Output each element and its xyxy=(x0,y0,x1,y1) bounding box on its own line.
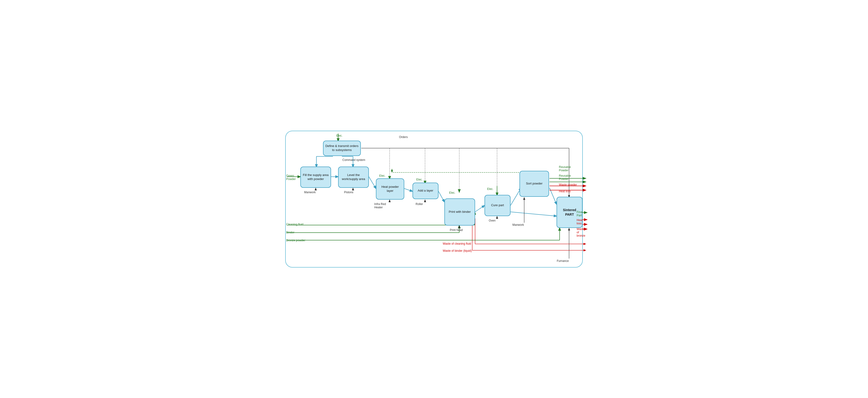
waste-cleaning-label: Waste of cleaning fluid xyxy=(443,242,471,245)
heat-loss2-label: Heatloss xyxy=(577,219,583,225)
diagram-container: Orders Define & transmit orders to subsy… xyxy=(285,131,583,268)
elec-label-command: Elec. xyxy=(336,134,343,137)
level-box: Level the work/supply area xyxy=(338,167,369,188)
reusable-powder1-label: ReusablePowder xyxy=(559,165,571,172)
fill-box: Fill the supply area with powder xyxy=(300,167,331,188)
elec-label-cure: Elec. xyxy=(487,187,494,191)
manwork2-label: Manwork xyxy=(513,223,524,227)
manwork1-label: Manwork xyxy=(304,191,316,194)
svg-line-13 xyxy=(550,188,557,204)
svg-line-8 xyxy=(369,177,376,189)
green-powder-label: GreenPowder xyxy=(286,174,296,181)
print-box: Print with binder xyxy=(444,198,475,226)
elec-label-print: Elec. xyxy=(449,191,456,194)
addlayer-box: Add a layer xyxy=(412,183,438,199)
command-box: Define & transmit orders to subsystems xyxy=(323,141,361,156)
heat-loss1-label: Heat loss xyxy=(559,190,571,193)
cure-box: Cure part xyxy=(485,195,510,216)
oven-label: Oven xyxy=(489,219,496,222)
orders-label: Orders xyxy=(399,135,408,139)
sort-box: Sort powder xyxy=(520,171,549,197)
roller-label: Roller xyxy=(415,202,423,206)
svg-line-11 xyxy=(475,205,485,212)
infrared-label: Infra RedHeater xyxy=(374,202,386,209)
bronze-powder-label: Bronze powder xyxy=(286,239,305,242)
elec-label-addlayer: Elec. xyxy=(416,178,423,181)
heat-box: Heat powder layer xyxy=(376,178,404,200)
svg-line-9 xyxy=(404,189,412,191)
furnance-label: Furnance xyxy=(557,259,569,263)
final-part-label: FinalPart xyxy=(577,210,583,217)
svg-line-14 xyxy=(510,212,557,216)
binder-label: Binder xyxy=(286,231,294,234)
waste-binder-label: Waste of binder (liquid) xyxy=(443,249,472,253)
svg-line-10 xyxy=(438,191,444,202)
elec-label-heat: Elec. xyxy=(379,174,385,177)
pistons-label: Pistons xyxy=(344,191,353,194)
waste-powder-label: Waste powder xyxy=(559,183,577,187)
cleaning-fluid-label: Cleaning fluid xyxy=(286,223,303,226)
command-system-label: Command system xyxy=(342,158,365,162)
printhead-label: Print head xyxy=(450,228,463,232)
waste-bronze-label: Waste ofbronze xyxy=(577,227,585,237)
reusable-powder2-label: ReusablePowder xyxy=(559,174,571,181)
